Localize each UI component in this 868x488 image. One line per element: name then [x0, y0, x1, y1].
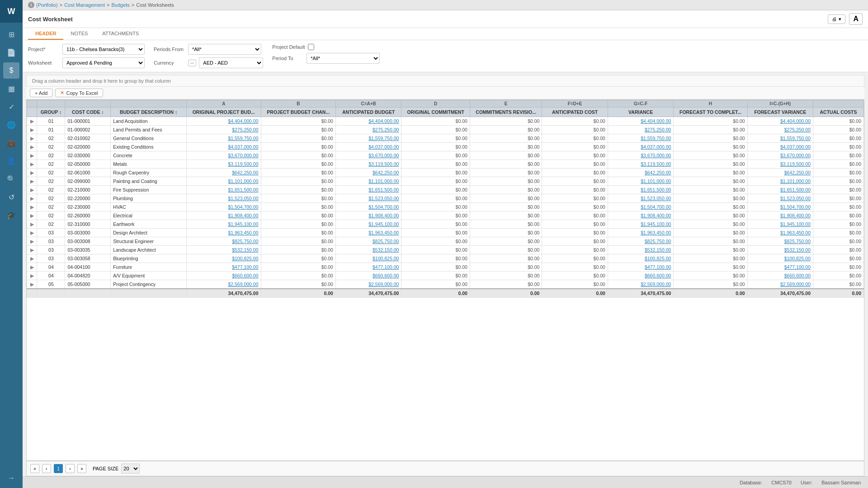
font-button[interactable]: A [849, 13, 863, 25]
row-expand-8[interactable]: ▶ [27, 186, 37, 194]
row-c-7[interactable]: $1,101,000.00 [335, 177, 401, 186]
row-a-2[interactable]: $1,559,750.00 [186, 134, 261, 143]
row-g-19[interactable]: $2,569,000.00 [608, 280, 673, 289]
row-i-4[interactable]: $3,670,000.00 [747, 151, 813, 160]
page-size-select[interactable]: 20 50 100 [121, 464, 140, 474]
row-expand-2[interactable]: ▶ [27, 134, 37, 143]
row-c-2[interactable]: $1,559,750.00 [335, 134, 401, 143]
row-code-1[interactable]: 01-000002 [65, 126, 111, 134]
table-container[interactable]: A B C=A+B D E F=D+E G=C-F H I=C-(G+H) GR… [26, 99, 864, 461]
row-g-7[interactable]: $1,101,000.00 [608, 177, 673, 186]
dashboard-icon[interactable]: ⊞ [3, 26, 19, 42]
row-a-18[interactable]: $660,600.00 [186, 272, 261, 280]
row-g-0[interactable]: $4,404,000.00 [608, 117, 673, 126]
history-icon[interactable]: ↺ [3, 189, 19, 205]
row-c-6[interactable]: $642,250.00 [335, 169, 401, 177]
col-header-forecast-complete[interactable]: FORECAST TO COMPLET... [674, 108, 747, 117]
row-c-18[interactable]: $660,600.00 [335, 272, 401, 280]
row-a-5[interactable]: $3,119,500.00 [186, 160, 261, 169]
row-code-4[interactable]: 02-030000 [65, 151, 111, 160]
grid-icon[interactable]: ▦ [3, 80, 19, 97]
row-i-2[interactable]: $1,559,750.00 [747, 134, 813, 143]
row-expand-19[interactable]: ▶ [27, 280, 37, 289]
row-g-1[interactable]: $275,250.00 [608, 126, 673, 134]
col-header-group[interactable]: GROUP ↕ [37, 108, 65, 117]
col-header-code[interactable]: COST CODE ↕ [65, 108, 111, 117]
row-code-6[interactable]: 02-061000 [65, 169, 111, 177]
row-code-14[interactable]: 03-003008 [65, 237, 111, 246]
row-i-10[interactable]: $1,504,700.00 [747, 203, 813, 211]
row-a-3[interactable]: $4,037,000.00 [186, 143, 261, 151]
row-i-6[interactable]: $642,250.00 [747, 169, 813, 177]
row-g-5[interactable]: $3,119,500.00 [608, 160, 673, 169]
row-g-8[interactable]: $1,651,500.00 [608, 186, 673, 194]
row-g-4[interactable]: $3,670,000.00 [608, 151, 673, 160]
col-header-desc[interactable]: BUDGET DESCRIPTION ↕ [111, 108, 187, 117]
row-i-19[interactable]: $2,569,000.00 [747, 280, 813, 289]
row-g-17[interactable]: $477,100.00 [608, 263, 673, 272]
row-i-16[interactable]: $100,825.00 [747, 254, 813, 263]
project-default-checkbox[interactable] [308, 44, 314, 50]
breadcrumb-cost-management[interactable]: Cost Management [64, 2, 105, 8]
row-a-16[interactable]: $100,825.00 [186, 254, 261, 263]
row-g-9[interactable]: $1,523,050.00 [608, 194, 673, 203]
row-i-5[interactable]: $3,119,500.00 [747, 160, 813, 169]
row-c-3[interactable]: $4,037,000.00 [335, 143, 401, 151]
row-a-11[interactable]: $1,908,400.00 [186, 211, 261, 220]
row-g-12[interactable]: $1,945,100.00 [608, 220, 673, 229]
dollar-icon[interactable]: $ [3, 62, 19, 79]
row-code-7[interactable]: 02-099000 [65, 177, 111, 186]
globe-icon[interactable]: 🌐 [3, 117, 19, 133]
row-c-14[interactable]: $825,750.00 [335, 237, 401, 246]
periods-from-select[interactable]: *All* [189, 44, 261, 54]
row-g-2[interactable]: $1,559,750.00 [608, 134, 673, 143]
row-expand-3[interactable]: ▶ [27, 143, 37, 151]
row-code-2[interactable]: 02-010002 [65, 134, 111, 143]
row-code-0[interactable]: 01-000001 [65, 117, 111, 126]
last-page-button[interactable]: » [77, 464, 86, 473]
col-header-anticipated-cost[interactable]: ANTICIPATED COST [542, 108, 608, 117]
row-i-1[interactable]: $275,250.00 [747, 126, 813, 134]
row-c-11[interactable]: $1,908,400.00 [335, 211, 401, 220]
row-expand-4[interactable]: ▶ [27, 151, 37, 160]
row-g-15[interactable]: $532,150.00 [608, 246, 673, 254]
row-code-13[interactable]: 03-003000 [65, 229, 111, 237]
row-g-10[interactable]: $1,504,700.00 [608, 203, 673, 211]
row-c-8[interactable]: $1,651,500.00 [335, 186, 401, 194]
row-i-7[interactable]: $1,101,000.00 [747, 177, 813, 186]
period-to-select[interactable]: *All* [307, 53, 379, 63]
row-i-18[interactable]: $660,600.00 [747, 272, 813, 280]
row-a-6[interactable]: $642,250.00 [186, 169, 261, 177]
prev-page-button[interactable]: ‹ [42, 464, 51, 473]
row-code-9[interactable]: 02-220000 [65, 194, 111, 203]
row-c-12[interactable]: $1,945,100.00 [335, 220, 401, 229]
row-code-11[interactable]: 02-260000 [65, 211, 111, 220]
row-g-11[interactable]: $1,908,400.00 [608, 211, 673, 220]
row-expand-10[interactable]: ▶ [27, 203, 37, 211]
row-i-8[interactable]: $1,651,500.00 [747, 186, 813, 194]
col-header-orig-bud[interactable]: ORIGINAL PROJECT BUD... [186, 108, 261, 117]
row-i-9[interactable]: $1,523,050.00 [747, 194, 813, 203]
col-header-anticipated-bud[interactable]: ANTICIPATED BUDGET [335, 108, 401, 117]
row-i-3[interactable]: $4,037,000.00 [747, 143, 813, 151]
col-header-orig-commit[interactable]: ORIGINAL COMMITMENT [401, 108, 470, 117]
row-g-18[interactable]: $660,600.00 [608, 272, 673, 280]
tab-notes[interactable]: NOTES [63, 28, 95, 40]
row-i-13[interactable]: $1,963,450.00 [747, 229, 813, 237]
tab-header[interactable]: HEADER [28, 28, 63, 40]
row-i-14[interactable]: $825,750.00 [747, 237, 813, 246]
breadcrumb-budgets[interactable]: Budgets [111, 2, 129, 8]
row-code-10[interactable]: 02-230000 [65, 203, 111, 211]
row-c-5[interactable]: $3,119,500.00 [335, 160, 401, 169]
person-icon[interactable]: 👤 [3, 153, 19, 169]
row-code-3[interactable]: 02-020000 [65, 143, 111, 151]
row-a-8[interactable]: $1,651,500.00 [186, 186, 261, 194]
row-c-1[interactable]: $275,250.00 [335, 126, 401, 134]
row-c-16[interactable]: $100,825.00 [335, 254, 401, 263]
row-c-13[interactable]: $1,963,450.00 [335, 229, 401, 237]
check-icon[interactable]: ✓ [3, 99, 19, 115]
row-expand-11[interactable]: ▶ [27, 211, 37, 220]
row-i-17[interactable]: $477,100.00 [747, 263, 813, 272]
briefcase-icon[interactable]: 💼 [3, 135, 19, 151]
next-page-button[interactable]: › [66, 464, 75, 473]
